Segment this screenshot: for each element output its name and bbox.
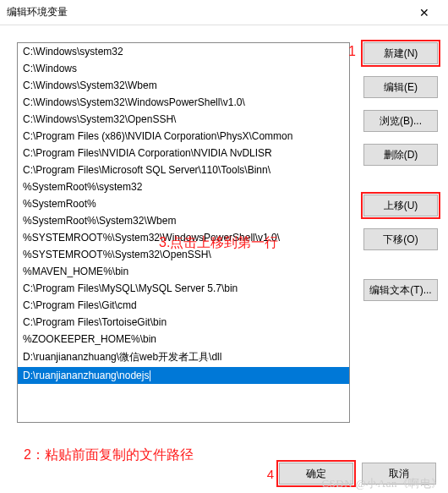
path-item[interactable]: %ZOOKEEPER_HOME%\bin	[18, 331, 349, 348]
path-item[interactable]: C:\Windows	[18, 60, 349, 77]
path-item[interactable]: %SYSTEMROOT%\System32\OpenSSH\	[18, 246, 349, 263]
path-item[interactable]: C:\Program Files\Microsoft SQL Server\11…	[18, 162, 349, 178]
path-item[interactable]: %MAVEN_HOME%\bin	[18, 263, 349, 280]
path-item[interactable]: C:\Windows\system32	[18, 43, 349, 60]
path-item[interactable]: C:\Program Files\MySQL\MySQL Server 5.7\…	[18, 280, 349, 297]
path-item[interactable]: C:\Windows\System32\Wbem	[18, 77, 349, 94]
path-item[interactable]: %SystemRoot%\system32	[18, 178, 349, 195]
watermark-text: CSDN @小Aan《啊电》	[321, 476, 443, 491]
path-item[interactable]: C:\Windows\System32\WindowsPowerShell\v1…	[18, 94, 349, 111]
new-button[interactable]: 新建(N)	[363, 42, 438, 64]
path-item[interactable]: D:\ruanjiananzhuang\微信web开发者工具\dll	[18, 348, 349, 367]
titlebar: 编辑环境变量 ✕	[0, 0, 448, 25]
delete-button[interactable]: 删除(D)	[363, 144, 438, 166]
path-listbox[interactable]: C:\Windows\system32C:\WindowsC:\Windows\…	[17, 42, 350, 423]
dialog-content: C:\Windows\system32C:\WindowsC:\Windows\…	[0, 25, 448, 452]
annotation-4: 4	[267, 467, 274, 481]
path-item[interactable]: %SystemRoot%	[18, 195, 349, 212]
side-buttons: 新建(N) 编辑(E) 浏览(B)... 删除(D) 上移(U) 下移(O) 编…	[363, 42, 438, 313]
edit-text-button[interactable]: 编辑文本(T)...	[363, 279, 438, 301]
annotation-2: 2：粘贴前面复制的文件路径	[24, 446, 194, 464]
path-item[interactable]: %SYSTEMROOT%\System32\WindowsPowerShell\…	[18, 229, 349, 246]
path-item-selected[interactable]: D:\ruanjiananzhuang\nodejs	[18, 367, 349, 384]
window-title: 编辑环境变量	[7, 5, 407, 19]
path-item[interactable]: C:\Program Files\Git\cmd	[18, 297, 349, 314]
path-item[interactable]: C:\Program Files\TortoiseGit\bin	[18, 314, 349, 331]
browse-button[interactable]: 浏览(B)...	[363, 110, 438, 132]
move-down-button[interactable]: 下移(O)	[363, 228, 438, 250]
path-item[interactable]: %SystemRoot%\System32\Wbem	[18, 212, 349, 229]
close-icon[interactable]: ✕	[407, 6, 441, 19]
path-item[interactable]: C:\Program Files (x86)\NVIDIA Corporatio…	[18, 128, 349, 145]
edit-button[interactable]: 编辑(E)	[363, 76, 438, 98]
path-item[interactable]: C:\Windows\System32\OpenSSH\	[18, 111, 349, 128]
path-item[interactable]: C:\Program Files\NVIDIA Corporation\NVID…	[18, 145, 349, 162]
move-up-button[interactable]: 上移(U)	[363, 194, 438, 216]
